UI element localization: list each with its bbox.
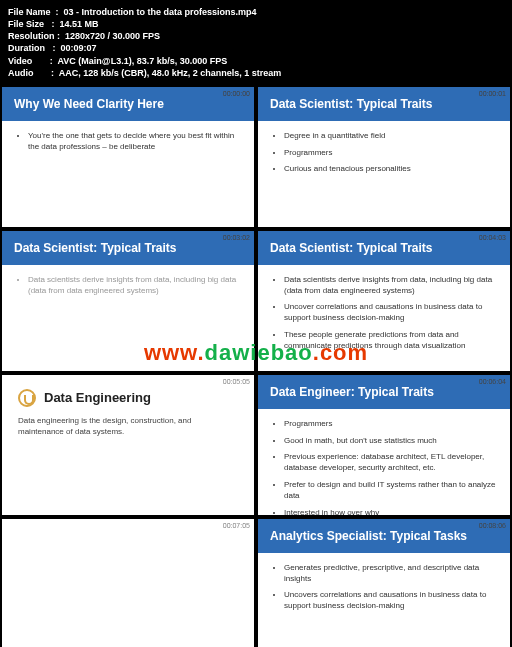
slide-title: Data Engineer: Typical Traits (258, 375, 510, 409)
bullet: Good in math, but don't use statistics m… (284, 436, 496, 447)
bullet: Interested in how over why (284, 508, 496, 515)
timestamp: 00:06:04 (479, 378, 506, 385)
file-metadata: File Name : 03 - Introduction to the dat… (0, 0, 512, 85)
slide-grid: 00:00:00 Why We Need Clarity Here You're… (0, 85, 512, 647)
slide-5[interactable]: 00:05:05 Data Engineering Data engineeri… (2, 375, 254, 515)
slide-title: Data Scientist: Typical Traits (258, 87, 510, 121)
slide-4[interactable]: 00:04:03 Data Scientist: Typical Traits … (258, 231, 510, 371)
data-engineering-icon (18, 389, 36, 407)
slide-body: Programmers Good in math, but don't use … (258, 409, 510, 515)
slide-6[interactable]: 00:06:04 Data Engineer: Typical Traits P… (258, 375, 510, 515)
slide-title: Why We Need Clarity Here (2, 87, 254, 121)
timestamp: 00:04:03 (479, 234, 506, 241)
timestamp: 00:07:05 (223, 522, 250, 529)
bullet: Degree in a quantitative field (284, 131, 496, 142)
meta-filename: File Name : 03 - Introduction to the dat… (8, 6, 504, 18)
slide-body: Degree in a quantitative field Programme… (258, 121, 510, 227)
slide-body: Data Engineering Data engineering is the… (2, 375, 254, 515)
timestamp: 00:03:02 (223, 234, 250, 241)
meta-audio: Audio : AAC, 128 kb/s (CBR), 48.0 kHz, 2… (8, 67, 504, 79)
meta-resolution: Resolution : 1280x720 / 30.000 FPS (8, 30, 504, 42)
slide-title: Data Scientist: Typical Traits (258, 231, 510, 265)
slide-8[interactable]: 00:08:06 Analytics Specialist: Typical T… (258, 519, 510, 647)
slide-title: Data Scientist: Typical Traits (2, 231, 254, 265)
slide-3[interactable]: 00:03:02 Data Scientist: Typical Traits … (2, 231, 254, 371)
timestamp: 00:05:05 (223, 378, 250, 385)
timestamp: 00:00:01 (479, 90, 506, 97)
timestamp: 00:08:06 (479, 522, 506, 529)
timestamp: 00:00:00 (223, 90, 250, 97)
bullet: Programmers (284, 148, 496, 159)
bullet: You're the one that gets to decide where… (28, 131, 240, 153)
slide-body: You're the one that gets to decide where… (2, 121, 254, 227)
meta-duration: Duration : 00:09:07 (8, 42, 504, 54)
slide-2[interactable]: 00:00:01 Data Scientist: Typical Traits … (258, 87, 510, 227)
meta-video: Video : AVC (Main@L3.1), 83.7 kb/s, 30.0… (8, 55, 504, 67)
slide-description: Data engineering is the design, construc… (18, 415, 238, 437)
slide-7[interactable]: 00:07:05 (2, 519, 254, 647)
bullet: Generates predictive, prescriptive, and … (284, 563, 496, 585)
bullet: Data scientists derive insights from dat… (284, 275, 496, 297)
bullet: Uncover correlations and causations in b… (284, 302, 496, 324)
slide-title: Data Engineering (44, 390, 151, 405)
slide-title: Analytics Specialist: Typical Tasks (258, 519, 510, 553)
slide-body: Generates predictive, prescriptive, and … (258, 553, 510, 647)
bullet: Curious and tenacious personalities (284, 164, 496, 175)
bullet: Previous experience: database architect,… (284, 452, 496, 474)
slide-body: Data scientists derive insights from dat… (258, 265, 510, 371)
bullet: Programmers (284, 419, 496, 430)
bullet: These people generate predictions from d… (284, 330, 496, 352)
bullet: Uncovers correlations and causations in … (284, 590, 496, 612)
bullet: Data scientists derive insights from dat… (28, 275, 240, 297)
slide-1[interactable]: 00:00:00 Why We Need Clarity Here You're… (2, 87, 254, 227)
slide-body: Data scientists derive insights from dat… (2, 265, 254, 371)
meta-filesize: File Size : 14.51 MB (8, 18, 504, 30)
bullet: Prefer to design and build IT systems ra… (284, 480, 496, 502)
